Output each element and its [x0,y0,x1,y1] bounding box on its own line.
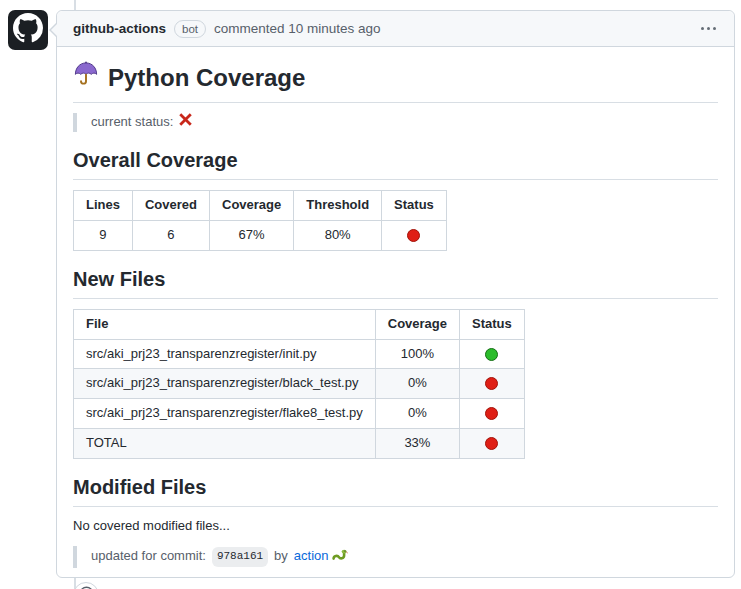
no-modified-files-text: No covered modified files... [73,517,718,536]
comment-author[interactable]: github-actions [73,21,166,36]
smiley-icon [79,586,94,589]
comment-header: github-actions bot commented 10 minutes … [57,11,734,47]
kebab-menu-icon[interactable] [699,21,718,36]
current-status-label: current status: [91,113,173,132]
total-label: TOTAL [74,429,376,459]
comment-timestamp[interactable]: commented 10 minutes ago [214,21,381,36]
coverage-value: 67% [210,220,294,250]
bot-badge: bot [174,20,206,38]
github-octocat-icon [13,13,43,47]
page-title: Python Coverage [73,61,718,103]
overall-coverage-heading: Overall Coverage [73,148,718,180]
table-row: src/aki_prj23_transparenzregister/init.p… [74,339,525,369]
table-row-total: TOTAL 33% [74,429,525,459]
action-link[interactable]: action [294,547,329,566]
table-row: src/aki_prj23_transparenzregister/flake8… [74,399,525,429]
table-row: src/aki_prj23_transparenzregister/black_… [74,369,525,399]
column-header: Coverage [375,309,459,339]
table-header-row: Lines Covered Coverage Threshold Status [74,191,447,221]
coverage-value: 0% [375,369,459,399]
file-path: src/aki_prj23_transparenzregister/black_… [74,369,376,399]
github-comment-page: github-actions bot commented 10 minutes … [0,0,741,589]
file-path: src/aki_prj23_transparenzregister/flake8… [74,399,376,429]
updated-for-commit-label: updated for commit: [91,547,206,566]
commit-note: updated for commit: 978a161 by action [73,546,718,568]
overall-coverage-table: Lines Covered Coverage Threshold Status … [73,190,447,251]
column-header: Lines [74,191,133,221]
file-path: src/aki_prj23_transparenzregister/init.p… [74,339,376,369]
add-reaction-button[interactable] [73,582,99,589]
column-header: Status [382,191,447,221]
coverage-value: 100% [375,339,459,369]
column-header: Covered [132,191,209,221]
new-files-table: File Coverage Status src/aki_prj23_trans… [73,309,525,459]
current-status-note: current status: [73,113,718,132]
github-actions-avatar[interactable] [8,10,48,50]
coverage-value: 33% [375,429,459,459]
cross-mark-icon [179,113,192,132]
status-circle-icon [485,348,498,361]
lines-value: 9 [74,220,133,250]
column-header: Threshold [294,191,382,221]
covered-value: 6 [132,220,209,250]
snake-icon [331,546,348,568]
status-circle-icon [485,437,498,450]
comment-card: github-actions bot commented 10 minutes … [56,10,735,578]
table-row: 9 6 67% 80% [74,220,447,250]
status-circle-icon [407,229,420,242]
status-circle-icon [485,407,498,420]
column-header: File [74,309,376,339]
page-title-text: Python Coverage [108,63,305,93]
threshold-value: 80% [294,220,382,250]
commit-hash: 978a161 [212,547,268,567]
column-header: Status [460,309,525,339]
table-header-row: File Coverage Status [74,309,525,339]
column-header: Coverage [210,191,294,221]
coverage-value: 0% [375,399,459,429]
by-label: by [274,547,288,566]
modified-files-heading: Modified Files [73,475,718,507]
new-files-heading: New Files [73,267,718,299]
status-circle-icon [485,377,498,390]
umbrella-icon [73,61,99,94]
comment-body: Python Coverage current status: Overall … [57,47,734,589]
